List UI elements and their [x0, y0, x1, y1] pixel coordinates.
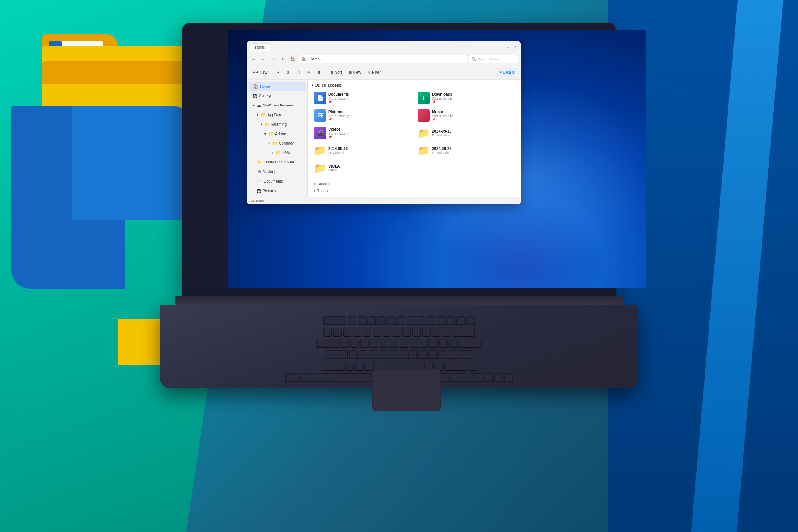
item-2024-09-16[interactable]: 📁 2024-09-16 Downloads: [415, 125, 517, 141]
laptop-screen-bezel: Home — □ ✕ ← → ↑ ↻ 🏠 🏠: [182, 23, 616, 296]
home-nav-button[interactable]: 🏠: [289, 55, 297, 63]
videos-item-name: Videos: [328, 127, 411, 131]
kb-f4: [377, 316, 386, 325]
maximize-button[interactable]: □: [505, 44, 511, 50]
desktop-icon: 🖥: [257, 169, 261, 174]
item-pictures[interactable]: 🖼 Pictures Stored locally 📌: [312, 108, 413, 123]
search-box[interactable]: 🔍 Search Home: [469, 55, 518, 63]
kb-0: [422, 328, 431, 336]
music-item-sub: Stored locally: [432, 114, 515, 118]
sidebar-item-ccfiles[interactable]: 📁 Creative Cloud Files: [249, 158, 306, 167]
kb-c: [365, 362, 374, 370]
item-documents[interactable]: 📄 Documents Stored locally 📌: [312, 90, 413, 106]
kb-p: [429, 339, 438, 347]
item-music[interactable]: 🎵 Music Stored locally 📌: [415, 108, 517, 123]
kb-m: [405, 362, 413, 370]
documents-item-info: Documents Stored locally 📌: [328, 92, 411, 104]
sidebar-adobe-label: Adobe: [275, 132, 286, 136]
cut-button[interactable]: ✂: [274, 67, 283, 78]
close-button[interactable]: ✕: [512, 44, 518, 50]
gallery-icon: 🖼: [253, 93, 257, 98]
filter-icon: ▽: [368, 70, 371, 74]
chevron-down-icon: ▾: [253, 104, 255, 107]
fe-tab[interactable]: Home: [250, 43, 270, 51]
folder-yellow-icon-2: 📁: [314, 145, 326, 157]
address-path-bar[interactable]: 🏠 › Home ›: [299, 55, 467, 63]
item-videos[interactable]: 🎬 Videos Stored locally 📌: [312, 125, 413, 141]
sidebar-item-onedrive[interactable]: ▾ ☁ OneDrive - Personal: [249, 101, 306, 110]
kb-ralt: [451, 373, 466, 382]
forward-button[interactable]: →: [259, 55, 268, 63]
sidebar-item-adobe[interactable]: ▾ 📁 Adobe: [249, 129, 306, 138]
sidebar-item-common[interactable]: ▾ 📁 Common: [249, 139, 306, 148]
quick-access-grid: 📄 Documents Stored locally 📌: [312, 90, 517, 176]
view-button[interactable]: ⊞ View: [346, 67, 364, 78]
folder-2024-09-16-sub: Downloads: [432, 133, 515, 137]
item-downloads[interactable]: ⬇ Downloads Stored locally 📌: [415, 90, 517, 106]
common-icon: 📁: [272, 141, 277, 146]
item-viola[interactable]: 📁 VIOLA Music: [312, 160, 413, 176]
favorites-section[interactable]: › Favorites: [312, 180, 517, 187]
kb-esc: [323, 316, 346, 325]
folder-2024-09-23-icon: 📁: [418, 144, 430, 157]
details-icon: ≡: [500, 70, 502, 74]
kb-z: [345, 362, 354, 370]
music-pin: 📌: [432, 118, 515, 121]
sidebar-onedrive-label: OneDrive - Personal: [263, 103, 294, 107]
kb-tab: [316, 339, 339, 347]
item-2024-09-23[interactable]: 📁 2024-09-23 Downloads: [415, 143, 517, 158]
sidebar-item-documents[interactable]: 📄 Documents: [249, 177, 306, 186]
kb-l: [428, 350, 437, 359]
fe-statusbar: 44 items: [247, 197, 521, 204]
sidebar-item-appdata[interactable]: ▾ 📁 AppData: [249, 110, 306, 119]
fe-tab-label: Home: [255, 45, 265, 49]
folder-viola-name: VIOLA: [328, 164, 411, 168]
file-explorer: Home — □ ✕ ← → ↑ ↻ 🏠 🏠: [247, 41, 521, 204]
folder-2024-09-16-name: 2024-09-16: [432, 129, 515, 133]
copy-button[interactable]: ⧉: [283, 67, 292, 78]
kb-f3: [367, 316, 376, 325]
pictures-icon: 🖼: [257, 188, 261, 193]
folder-2024-09-18-info: 2024-09-18 Downloads: [328, 147, 411, 155]
videos-pin: 📌: [328, 135, 411, 139]
folder-yellow-icon: 📁: [418, 127, 430, 139]
filter-label: Filter: [372, 70, 380, 74]
minimize-button[interactable]: —: [499, 44, 504, 50]
more-button[interactable]: ···: [385, 67, 394, 78]
sidebar-item-desktop[interactable]: 🖥 Desktop: [249, 167, 306, 176]
rename-button[interactable]: ✏: [304, 67, 314, 78]
kb-5: [373, 328, 381, 336]
sidebar-item-gallery[interactable]: 🖼 Gallery: [249, 91, 306, 100]
sidebar-item-home[interactable]: 🏠 Home: [249, 82, 306, 91]
sidebar-home-label: Home: [260, 84, 270, 89]
sidebar-item-roaming[interactable]: ▾ 📁 Roaming: [249, 120, 306, 129]
music-item-name: Music: [432, 110, 515, 114]
delete-button[interactable]: 🗑: [314, 67, 324, 78]
up-button[interactable]: ↑: [269, 55, 277, 63]
details-button[interactable]: ≡ Details: [497, 68, 518, 77]
paste-button[interactable]: 📋: [293, 67, 304, 78]
item-2024-09-18[interactable]: 📁 2024-09-18 Downloads: [312, 143, 413, 158]
sort-icon: ⇅: [331, 70, 334, 74]
kb-f9: [427, 316, 435, 325]
fe-content: ▾ Quick access 📄 Documents: [308, 80, 521, 197]
quick-access-label: Quick access: [315, 83, 341, 87]
back-button[interactable]: ←: [249, 55, 258, 63]
kb-del: [466, 316, 475, 325]
filter-button[interactable]: ▽ Filter: [365, 67, 383, 78]
sidebar-item-pictures[interactable]: 🖼 Pictures: [249, 186, 306, 195]
kb-f1: [348, 316, 356, 325]
sidebar-item-16[interactable]: › 📁 16%: [249, 148, 306, 157]
sidebar-appdata-label: AppData: [268, 113, 282, 117]
laptop-touchpad[interactable]: [372, 369, 441, 411]
kb-quote: [448, 350, 456, 359]
kb-period: [424, 362, 433, 370]
folder-viola-icon: 📁: [314, 162, 326, 174]
sort-button[interactable]: ⇅ Sort: [328, 67, 345, 78]
pictures-pin: 📌: [328, 118, 411, 121]
recent-section[interactable]: › Recent: [312, 187, 517, 195]
documents-item-name: Documents: [328, 92, 411, 97]
path-separator: ›: [307, 57, 308, 61]
refresh-button[interactable]: ↻: [279, 55, 287, 63]
new-button[interactable]: + + New: [250, 67, 270, 78]
